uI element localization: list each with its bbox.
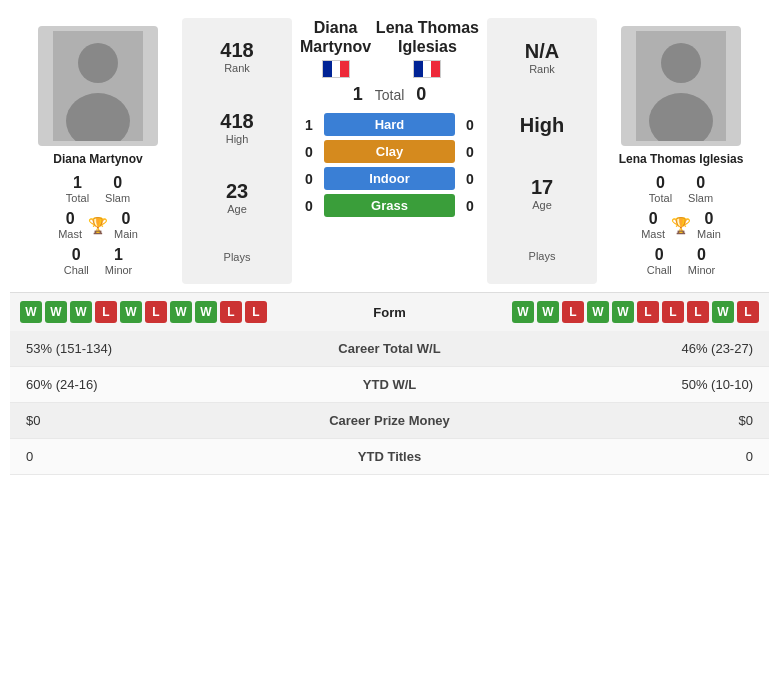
player2-plays-label: Plays [529,250,556,262]
player2-stats: 0 Total 0 Slam 0 Mast 🏆 0 [605,174,757,276]
form-badge-p1: W [170,301,192,323]
ytd-wl-p1: 60% (24-16) [26,377,268,392]
form-badge-p2: W [587,301,609,323]
career-prize-label: Career Prize Money [268,413,510,428]
career-wl-p1: 53% (151-134) [26,341,268,356]
player1-chall: 0 [72,246,81,264]
player1-high-label: High [226,133,249,145]
surface-rows: 1 Hard 0 0 Clay 0 0 Indoor 0 0 Grass [300,113,479,217]
career-prize-row: $0 Career Prize Money $0 [10,403,769,439]
indoor-score1: 0 [300,171,318,187]
career-prize-p1: $0 [26,413,268,428]
player2-slam: 0 [696,174,705,192]
player2-chall-label: Chall [647,264,672,276]
ytd-titles-label: YTD Titles [268,449,510,464]
form-badge-p2: L [662,301,684,323]
player1-age-value: 23 [226,180,248,203]
form-badge-p1: W [45,301,67,323]
player1-mast: 0 [66,210,75,228]
form-badge-p2: L [687,301,709,323]
form-badge-p2: W [512,301,534,323]
grass-btn: Grass [324,194,455,217]
player2-mid-stats: N/A Rank High 17 Age Plays [487,18,597,284]
player1-main: 0 [121,210,130,228]
hard-btn: Hard [324,113,455,136]
form-badge-p1: W [120,301,142,323]
stats-table: 53% (151-134) Career Total W/L 46% (23-2… [10,331,769,475]
total-score1: 1 [353,84,363,105]
form-label: Form [373,305,406,320]
ytd-wl-label: YTD W/L [268,377,510,392]
player1-high-stat: 418 High [220,110,253,145]
hard-score1: 1 [300,117,318,133]
career-prize-p2: $0 [511,413,753,428]
player2-high-value: High [520,114,564,137]
player1-rank-label: Rank [224,62,250,74]
player1-name: Diana Martynov [53,152,142,166]
ytd-titles-row: 0 YTD Titles 0 [10,439,769,475]
player1-slam-label: Slam [105,192,130,204]
ytd-titles-p1: 0 [26,449,268,464]
ytd-wl-row: 60% (24-16) YTD W/L 50% (10-10) [10,367,769,403]
player2-card: Lena Thomas Iglesias 0 Total 0 Slam 0 M [601,18,761,284]
ytd-titles-p2: 0 [511,449,753,464]
player1-age-stat: 23 Age [226,180,248,215]
player2-rank-label: Rank [529,63,555,75]
clay-score2: 0 [461,144,479,160]
player2-rank-value: N/A [525,40,559,63]
player2-slam-label: Slam [688,192,713,204]
form-badge-p1: W [70,301,92,323]
form-badge-p1: W [20,301,42,323]
player2-main: 0 [704,210,713,228]
player2-plays-stat: Plays [529,250,556,262]
player1-name-center: DianaMartynov [300,18,371,78]
hard-score2: 0 [461,117,479,133]
player1-rank-stat: 418 Rank [220,39,253,74]
grass-row: 0 Grass 0 [300,194,479,217]
form-badge-p1: W [195,301,217,323]
form-badge-p2: W [537,301,559,323]
career-wl-row: 53% (151-134) Career Total W/L 46% (23-2… [10,331,769,367]
player1-minor: 1 [114,246,123,264]
svg-point-1 [78,43,118,83]
form-section: WWWLWLWWLL Form WWLWWLLLWL [10,292,769,331]
trophy-icon-p2: 🏆 [671,216,691,235]
player1-flag [322,60,350,78]
svg-point-4 [661,43,701,83]
player-comparison: Diana Martynov 1 Total 0 Slam 0 Mast [10,10,769,292]
form-badge-p1: L [245,301,267,323]
player2-flag [413,60,441,78]
form-badge-p1: L [220,301,242,323]
player2-age-label: Age [532,199,552,211]
player1-total: 1 [73,174,82,192]
total-label: Total [375,87,405,103]
player1-card: Diana Martynov 1 Total 0 Slam 0 Mast [18,18,178,284]
matchup-area: DianaMartynov Lena ThomasIglesias 1 Tota… [296,18,483,284]
player1-avatar [38,26,158,146]
player2-main-label: Main [697,228,721,240]
form-badge-p1: L [95,301,117,323]
p1-name-line: DianaMartynov [300,18,371,56]
player2-chall: 0 [655,246,664,264]
indoor-score2: 0 [461,171,479,187]
player2-age-stat: 17 Age [531,176,553,211]
player2-total-label: Total [649,192,672,204]
career-wl-label: Career Total W/L [268,341,510,356]
player2-form-badges: WWLWWLLLWL [512,301,759,323]
indoor-btn: Indoor [324,167,455,190]
player2-name-center: Lena ThomasIglesias [376,18,479,78]
clay-score1: 0 [300,144,318,160]
player2-total: 0 [656,174,665,192]
player2-rank-stat: N/A Rank [525,40,559,75]
player2-name: Lena Thomas Iglesias [619,152,744,166]
player2-mast: 0 [649,210,658,228]
player2-high-stat: High [520,114,564,137]
player1-minor-label: Minor [105,264,133,276]
player2-avatar [621,26,741,146]
player2-minor-label: Minor [688,264,716,276]
player2-age-value: 17 [531,176,553,199]
grass-score1: 0 [300,198,318,214]
form-badge-p1: L [145,301,167,323]
player1-main-label: Main [114,228,138,240]
total-score2: 0 [416,84,426,105]
